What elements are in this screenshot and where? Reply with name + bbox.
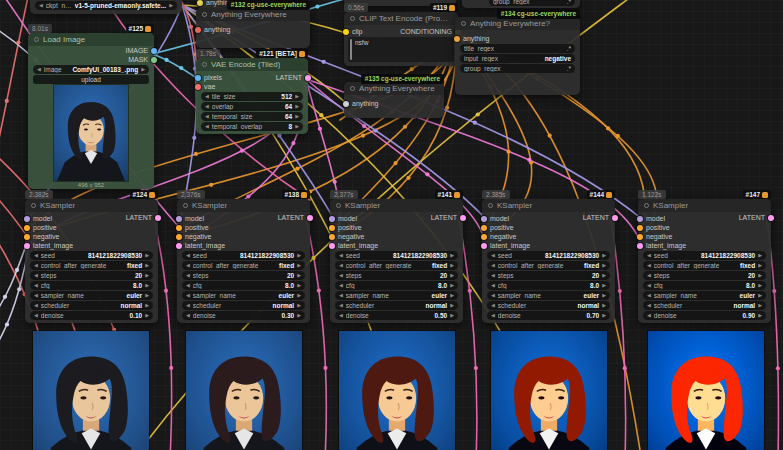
cfg-widget[interactable]: ◀cfg8.0▶ <box>643 281 766 290</box>
scheduler-widget[interactable]: ◀schedulernormal▶ <box>643 301 766 310</box>
cfg-widget[interactable]: ◀cfg8.0▶ <box>182 281 305 290</box>
next-arrow-icon[interactable]: ▶ <box>450 253 454 258</box>
upload-button[interactable]: upload <box>33 75 149 84</box>
input-slot-latent_image[interactable]: latent_image <box>25 241 158 250</box>
anything-everywhere-134-node[interactable]: #134 cg-use-everywhere Anything Everywhe… <box>455 17 580 95</box>
sampler-name-widget[interactable]: ◀sampler_nameeuler▶ <box>182 291 305 300</box>
prompt-textarea[interactable]: nsfw <box>348 37 454 62</box>
scheduler-widget[interactable]: ◀schedulernormal▶ <box>30 301 153 310</box>
collapse-dot[interactable] <box>350 16 355 21</box>
prev-arrow-icon[interactable]: ◀ <box>205 114 209 119</box>
prev-arrow-icon[interactable]: ◀ <box>647 273 651 278</box>
next-arrow-icon[interactable]: ▶ <box>602 263 606 268</box>
input-slot-latent_image[interactable]: latent_image <box>177 241 310 250</box>
input-dot-model[interactable] <box>176 216 182 222</box>
input-slot-positive[interactable]: positive <box>177 223 310 232</box>
input-slot-positive[interactable]: positive <box>482 223 615 232</box>
prev-arrow-icon[interactable]: ◀ <box>205 94 209 99</box>
output-slot-latent[interactable]: LATENT <box>278 214 313 221</box>
prev-arrow-icon[interactable]: ◀ <box>186 263 190 268</box>
next-arrow-icon[interactable]: ▶ <box>145 263 149 268</box>
prev-arrow-icon[interactable]: ◀ <box>647 263 651 268</box>
next-arrow-icon[interactable]: ▶ <box>295 94 299 99</box>
collapse-dot[interactable] <box>34 37 39 42</box>
scheduler-widget[interactable]: ◀schedulernormal▶ <box>182 301 305 310</box>
prev-arrow-icon[interactable]: ◀ <box>34 293 38 298</box>
input-dot-anything[interactable] <box>197 0 203 6</box>
denoise-widget[interactable]: ◀denoise0.10▶ <box>30 311 153 320</box>
vae-encode-tiled-node[interactable]: 1.78s #121 [BETA] VAE Encode (Tiled) LAT… <box>196 58 308 134</box>
overlap-widget[interactable]: ◀overlap64▶ <box>201 102 303 111</box>
input-dot-negative[interactable] <box>176 234 182 240</box>
prev-arrow-icon[interactable]: ◀ <box>491 313 495 318</box>
next-arrow-icon[interactable]: ▶ <box>602 313 606 318</box>
input-slot-anything[interactable]: anything <box>196 25 310 34</box>
prev-arrow-icon[interactable]: ◀ <box>339 303 343 308</box>
prev-arrow-icon[interactable]: ◀ <box>647 313 651 318</box>
collapse-dot[interactable] <box>202 12 207 17</box>
input-slot-anything[interactable]: anything <box>455 34 580 43</box>
output-slot-conditioning[interactable]: CONDITIONING <box>400 28 461 35</box>
denoise-widget[interactable]: ◀denoise0.90▶ <box>643 311 766 320</box>
next-arrow-icon[interactable]: ▶ <box>758 253 762 258</box>
input-dot-positive[interactable] <box>176 225 182 231</box>
next-arrow-icon[interactable]: ▶ <box>145 313 149 318</box>
next-arrow-icon[interactable]: ▶ <box>758 283 762 288</box>
cfg-widget[interactable]: ◀cfg8.0▶ <box>30 281 153 290</box>
next-arrow-icon[interactable]: ▶ <box>295 104 299 109</box>
next-arrow-icon[interactable]: ▶ <box>297 263 301 268</box>
prev-arrow-icon[interactable]: ◀ <box>34 313 38 318</box>
steps-widget[interactable]: ◀steps20▶ <box>487 271 610 280</box>
title-regex-widget[interactable]: title_regex.* <box>460 44 575 53</box>
prev-arrow-icon[interactable]: ◀ <box>339 253 343 258</box>
next-arrow-icon[interactable]: ▶ <box>602 253 606 258</box>
output-slot-latent[interactable]: LATENT <box>276 74 311 81</box>
next-arrow-icon[interactable]: ▶ <box>169 3 173 8</box>
prev-arrow-icon[interactable]: ◀ <box>39 3 43 8</box>
collapse-dot[interactable] <box>461 21 466 26</box>
prev-arrow-icon[interactable]: ◀ <box>647 303 651 308</box>
denoise-widget[interactable]: ◀denoise0.30▶ <box>182 311 305 320</box>
prev-arrow-icon[interactable]: ◀ <box>647 293 651 298</box>
prev-arrow-icon[interactable]: ◀ <box>186 273 190 278</box>
cut-node-top-right[interactable]: group_regex .* <box>462 0 580 8</box>
anything-everywhere-135-node[interactable]: #135 cg-use-everywhere Anything Everywhe… <box>344 82 444 118</box>
output-dot-latent[interactable] <box>768 215 774 221</box>
next-arrow-icon[interactable]: ▶ <box>297 283 301 288</box>
control-after-generate-widget[interactable]: ◀control_after_generatefixed▶ <box>487 261 610 270</box>
next-arrow-icon[interactable]: ▶ <box>145 303 149 308</box>
control-after-generate-widget[interactable]: ◀control_after_generatefixed▶ <box>182 261 305 270</box>
next-arrow-icon[interactable]: ▶ <box>141 67 145 72</box>
sampler-name-widget[interactable]: ◀sampler_nameeuler▶ <box>643 291 766 300</box>
sampler-name-widget[interactable]: ◀sampler_nameeuler▶ <box>30 291 153 300</box>
input-dot-vae[interactable] <box>195 84 201 90</box>
prev-arrow-icon[interactable]: ◀ <box>647 283 651 288</box>
input-slot-vae[interactable]: vae <box>196 82 308 91</box>
output-dot-latent[interactable] <box>155 215 161 221</box>
control-after-generate-widget[interactable]: ◀control_after_generatefixed▶ <box>30 261 153 270</box>
prev-arrow-icon[interactable]: ◀ <box>186 253 190 258</box>
input-slot-negative[interactable]: negative <box>638 232 771 241</box>
prev-arrow-icon[interactable]: ◀ <box>491 273 495 278</box>
denoise-widget[interactable]: ◀denoise0.50▶ <box>335 311 458 320</box>
input-dot-clip[interactable] <box>343 29 349 35</box>
sampler-name-widget[interactable]: ◀sampler_nameeuler▶ <box>487 291 610 300</box>
input-slot-positive[interactable]: positive <box>638 223 771 232</box>
next-arrow-icon[interactable]: ▶ <box>297 253 301 258</box>
prev-arrow-icon[interactable]: ◀ <box>491 283 495 288</box>
collapse-dot[interactable] <box>644 203 649 208</box>
next-arrow-icon[interactable]: ▶ <box>145 283 149 288</box>
input-dot-latent_image[interactable] <box>637 243 643 249</box>
ksampler-node[interactable]: 2.382s #124 KSampler LATENT modelpositiv… <box>25 199 158 323</box>
prev-arrow-icon[interactable]: ◀ <box>491 253 495 258</box>
input-regex-widget[interactable]: input_regexnegative <box>460 54 575 63</box>
next-arrow-icon[interactable]: ▶ <box>602 273 606 278</box>
control-after-generate-widget[interactable]: ◀control_after_generatefixed▶ <box>643 261 766 270</box>
prev-arrow-icon[interactable]: ◀ <box>34 253 38 258</box>
output-dot-latent[interactable] <box>612 215 618 221</box>
input-dot-positive[interactable] <box>329 225 335 231</box>
next-arrow-icon[interactable]: ▶ <box>758 303 762 308</box>
prev-arrow-icon[interactable]: ◀ <box>186 313 190 318</box>
prev-arrow-icon[interactable]: ◀ <box>34 303 38 308</box>
input-slot-latent_image[interactable]: latent_image <box>482 241 615 250</box>
